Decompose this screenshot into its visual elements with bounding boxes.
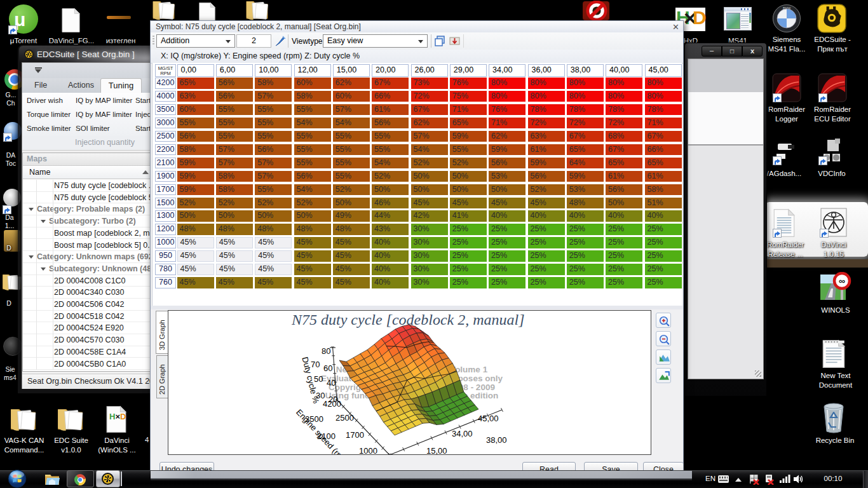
svg-text:∞: ∞ (839, 276, 845, 286)
